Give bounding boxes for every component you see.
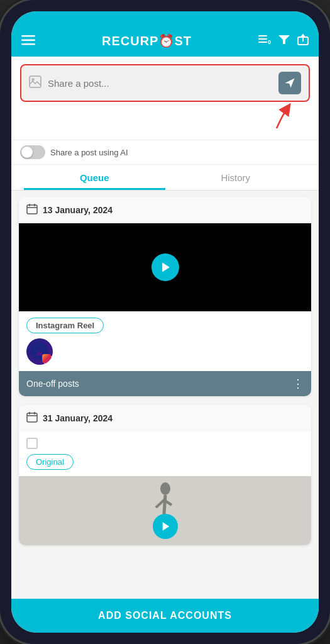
svg-rect-2 [21,43,35,45]
svg-rect-0 [21,35,35,37]
play-button-1[interactable] [151,253,179,281]
post-more-options-1[interactable]: ⋮ [292,377,304,391]
svg-line-28 [156,500,164,508]
ai-toggle-row: Share a post using AI [11,140,319,165]
play-button-2[interactable] [153,514,178,539]
svg-line-27 [164,495,165,514]
svg-point-26 [160,482,170,495]
post-meta-1: Instagram Reel [19,311,311,371]
svg-marker-32 [163,522,170,531]
svg-rect-19 [46,358,51,363]
calendar-icon-1 [26,203,38,217]
post-card-2: 31 January, 2024 Original [19,405,311,545]
phone-frame: RECURP ⏰ ST 0 [0,0,330,644]
avatar-circle-1 [26,338,53,365]
toggle-knob [21,147,33,158]
instagram-badge [44,356,53,365]
post-category-label-1: One-off posts [26,379,79,389]
calendar-icon-2 [26,411,38,425]
svg-text:0: 0 [268,39,271,45]
svg-point-20 [47,359,50,362]
main-content: Share a post using AI Queue History [11,57,319,599]
tabs-row: Queue History [11,165,319,191]
avatar-image-1 [31,343,48,360]
share-post-input[interactable] [48,78,272,89]
post2-inner: Original [19,431,311,476]
post-video-thumb-1 [19,223,311,311]
logo-suffix: ST [174,34,192,48]
post-date-header-1: 13 January, 2024 [19,197,311,223]
red-arrow-container [20,102,310,132]
ai-toggle[interactable] [20,145,45,159]
red-arrow-icon [261,102,292,132]
post-date-1: 13 January, 2024 [43,205,113,215]
post-checkbox-2[interactable] [26,438,38,449]
svg-point-21 [50,359,50,360]
ai-toggle-label: Share a post using AI [50,148,128,157]
post-category-bar-1: One-off posts ⋮ [19,371,311,396]
post-date-2: 31 January, 2024 [43,413,113,423]
header-actions: 0 [258,34,309,48]
svg-rect-4 [258,38,267,40]
post-account-avatar-1 [26,338,304,365]
checkbox-row [26,438,304,449]
filter-icon[interactable] [278,34,290,48]
app-logo: RECURP ⏰ ST [102,33,192,48]
share-post-box [20,64,310,102]
post-date-header-2: 31 January, 2024 [19,405,311,431]
svg-marker-17 [162,263,170,272]
svg-rect-13 [27,205,37,214]
add-social-accounts-button[interactable]: ADD SOCIAL ACCOUNTS [11,599,319,633]
svg-rect-10 [30,76,41,87]
logo-text: RECURP [102,34,158,48]
tab-history[interactable]: History [165,165,307,190]
original-badge: Original [26,454,74,470]
share-post-container [11,57,319,140]
post-card-1: 13 January, 2024 Instagram Reel [19,197,311,396]
svg-marker-7 [278,35,290,44]
post-image-thumb-2 [19,476,311,545]
svg-rect-1 [21,40,35,42]
send-button[interactable] [278,72,301,94]
image-placeholder-icon [29,75,41,91]
logo-clock-icon: ⏰ [158,33,174,48]
menu-icon[interactable] [21,33,35,49]
status-bar [11,11,319,26]
svg-rect-22 [27,413,37,422]
post-type-badge-1: Instagram Reel [26,318,104,333]
app-header: RECURP ⏰ ST 0 [11,26,319,57]
tab-queue[interactable]: Queue [24,165,165,190]
feed-area: 13 January, 2024 Instagram Reel [11,191,319,552]
svg-point-11 [32,79,34,80]
share-icon[interactable] [297,34,309,48]
svg-rect-5 [258,42,267,43]
svg-rect-3 [258,35,267,36]
phone-screen: RECURP ⏰ ST 0 [11,11,319,633]
queue-count-icon[interactable]: 0 [258,35,271,47]
